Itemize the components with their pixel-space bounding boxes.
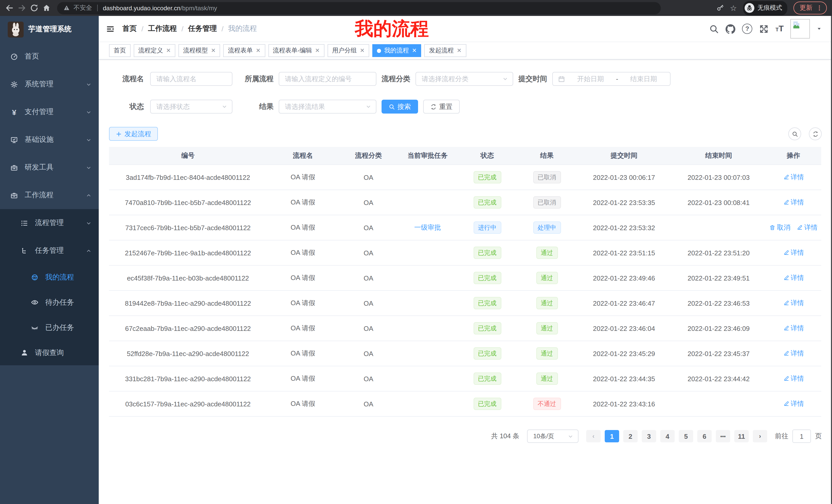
detail-link[interactable]: 详情 [783,198,804,207]
page-size-select[interactable]: 10条/页 [527,429,578,443]
table-row: 7317cec6-7b9b-11ec-b5b7-acde48001122 OA … [109,215,821,240]
sidebar-item-task-mgmt[interactable]: 任务管理 [0,237,99,264]
sidebar-item-system[interactable]: 系统管理 [0,71,99,98]
cell-id: 819442e8-7b9a-11ec-a290-acde48001122 [109,290,267,316]
submit-time-range-picker[interactable]: 开始日期 - 结束日期 [552,72,671,86]
sidebar-item-payment[interactable]: ¥ 支付管理 [0,98,99,126]
show-search-button[interactable] [788,128,801,140]
detail-link[interactable]: 详情 [797,223,817,232]
sidebar-item-todo-tasks[interactable]: 待办任务 [0,290,99,315]
bookmark-star-icon[interactable]: ☆ [730,4,737,12]
chevron-down-icon [86,109,92,115]
breadcrumb-item[interactable]: 首页 [122,24,137,33]
fullscreen-icon[interactable] [759,24,769,34]
category-select[interactable]: 请选择流程分类 [415,72,513,86]
page-button-3[interactable]: 3 [642,430,656,442]
detail-link[interactable]: 详情 [783,273,804,283]
sidebar-item-my-process[interactable]: 我的流程 [0,264,99,290]
detail-link[interactable]: 详情 [783,399,804,409]
chevron-down-icon [86,165,92,170]
close-icon[interactable]: ✕ [315,47,319,54]
avatar[interactable] [790,19,810,38]
forward-icon[interactable] [18,4,26,12]
tab-start-process[interactable]: 发起流程✕ [424,44,466,57]
reload-icon[interactable] [30,4,38,12]
detail-label: 详情 [790,198,804,207]
status-badge: 进行中 [473,221,501,234]
close-icon[interactable]: ✕ [256,47,260,54]
browser-update-button[interactable]: 更新 [794,2,827,15]
page-button-1[interactable]: 1 [605,430,619,442]
breadcrumb-item[interactable]: 任务管理 [188,24,217,33]
detail-link[interactable]: 详情 [783,173,804,182]
chevron-down-icon [86,220,92,226]
sidebar-item-devtools[interactable]: 研发工具 [0,153,99,181]
avatar-caret-icon[interactable] [816,26,822,31]
page-scrollbar[interactable] [831,16,832,504]
help-icon[interactable]: ? [742,24,752,34]
start-process-button[interactable]: 发起流程 [109,127,158,141]
sidebar-item-infra[interactable]: 基础设施 [0,126,99,153]
top-navbar: 首页 / 工作流程 / 任务管理 / 我的流程 我的流程 ? TT [99,16,832,42]
page-button-2[interactable]: 2 [623,430,638,442]
next-page-button[interactable]: › [753,430,767,442]
sidebar-item-process-mgmt[interactable]: 流程管理 [0,209,99,237]
detail-link[interactable]: 详情 [783,299,804,308]
sidebar-item-workflow[interactable]: 工作流程 [0,181,99,209]
page-button-11[interactable]: 11 [734,430,749,442]
close-icon[interactable]: ✕ [211,47,215,54]
back-icon[interactable] [5,4,14,12]
sidebar-item-home[interactable]: 首页 [0,43,99,71]
detail-link[interactable]: 详情 [783,324,804,333]
close-icon[interactable]: ✕ [412,47,417,54]
page-button-4[interactable]: 4 [660,430,675,442]
home-icon[interactable] [42,4,51,12]
close-icon[interactable]: ✕ [360,47,365,54]
tab-my-process[interactable]: 我的流程✕ [372,44,421,57]
refresh-icon [431,104,437,110]
sidebar-item-leave-query[interactable]: 请假查询 [0,340,99,365]
result-select[interactable]: 请选择流结果 [279,100,376,114]
cancel-link[interactable]: 取消 [769,223,790,232]
tab-process-model[interactable]: 流程模型✕ [178,44,220,57]
prev-page-button[interactable]: ‹ [586,430,601,442]
close-icon[interactable]: ✕ [166,47,171,54]
current-task-link[interactable]: 一级审批 [414,223,441,232]
detail-link[interactable]: 详情 [783,349,804,358]
close-icon[interactable]: ✕ [457,47,462,54]
search-button[interactable]: 搜索 [382,100,418,114]
font-size-icon[interactable]: TT [775,24,784,33]
chevron-down-icon [86,81,92,87]
tab-home[interactable]: 首页 [109,44,131,57]
sidebar-item-done-tasks[interactable]: 已办任务 [0,315,99,340]
detail-link[interactable]: 详情 [783,248,804,257]
key-icon[interactable] [716,4,724,12]
browser-menu-icon[interactable] [816,5,823,11]
app-logo-row[interactable]: 芋道管理系统 [0,16,99,43]
process-name-input[interactable] [150,72,232,86]
sidebar-item-label: 支付管理 [25,107,53,117]
search-icon[interactable] [709,24,719,34]
breadcrumb-item[interactable]: 工作流程 [148,24,177,33]
tab-process-form-edit[interactable]: 流程表单-编辑✕ [268,44,324,57]
github-icon[interactable] [726,24,735,34]
goto-page-input[interactable] [792,429,811,443]
tab-process-definition[interactable]: 流程定义✕ [134,44,175,57]
refresh-table-button[interactable] [809,128,822,140]
tab-process-form[interactable]: 流程表单✕ [224,44,265,57]
detail-link[interactable]: 详情 [783,374,804,383]
more-pages-button[interactable]: ••• [716,430,730,442]
edit-icon [783,375,789,382]
reset-button[interactable]: 重置 [423,100,460,114]
status-badge: 已完成 [473,196,501,208]
sidebar-collapse-icon[interactable] [106,24,115,33]
page-button-6[interactable]: 6 [697,430,712,442]
tab-user-group[interactable]: 用户分组✕ [328,44,369,57]
detail-label: 详情 [790,399,804,409]
page-button-5[interactable]: 5 [679,430,693,442]
table-row: 2152467e-7b9b-11ec-9a1b-acde48001122 OA … [109,240,821,265]
address-bar[interactable]: 不安全 dashboard.yudao.iocoder.cn/bpm/task/… [57,2,661,14]
status-select[interactable]: 请选择状态 [150,100,232,114]
process-definition-input[interactable] [279,72,376,86]
task-label: 一级审批 [414,223,441,232]
